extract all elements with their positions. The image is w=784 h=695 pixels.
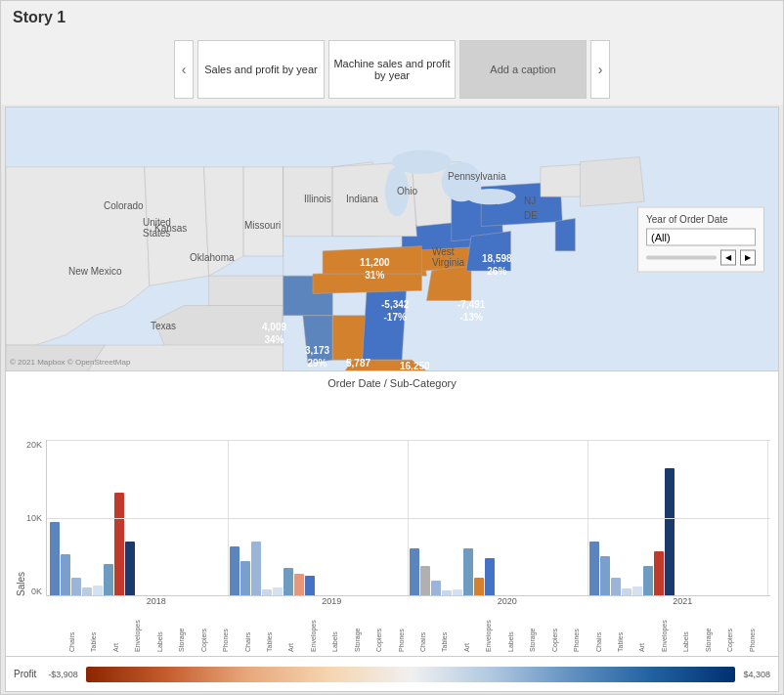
bar-2018-storage [104,564,113,595]
year-label-group-2020: 2020 Chairs Tables Art Envelopes Labels … [419,596,595,652]
bars-container [46,440,770,596]
filter-title: Year of Order Date [646,213,756,224]
bar-2019-copiers [294,574,304,595]
bar-2021-copiers [654,551,664,595]
bar-2020-chairs [410,548,419,595]
bar-2019-tables [240,561,250,595]
bar-2020-storage [463,548,473,595]
story-title: Story 1 [1,1,783,34]
sub-labels-2018: Chairs Tables Art Envelopes Labels Stora… [68,608,244,652]
sub-label-tables-2020: Tables [441,608,462,652]
svg-point-5 [466,189,516,204]
bar-2021-envelopes [622,588,632,595]
nav-next-button[interactable]: › [590,40,610,99]
year-label-group-2019: 2019 Chairs Tables Art Envelopes Labels … [244,596,420,652]
sub-label-art-2019: Art [287,608,309,652]
main-content: 11,20031% 18,59826% -5,342-17% -7,491-13… [5,107,779,692]
slider-track[interactable] [646,255,717,259]
bar-2020-phones [485,558,495,595]
sub-label-chairs-2020: Chairs [419,608,441,652]
sub-labels-2020: Chairs Tables Art Envelopes Labels Stora… [419,608,595,652]
svg-point-3 [385,167,409,217]
map-copyright: © 2021 Mapbox © OpenStreetMap [10,358,130,367]
slider-prev-btn[interactable]: ◀ [720,249,736,265]
sub-label-storage-2021: Storage [705,608,726,652]
story-nav: ‹ Sales and profit by year Machine sales… [1,34,783,105]
bar-2018-chairs [50,522,60,595]
sub-label-envelopes-2020: Envelopes [485,608,506,652]
bar-2020-envelopes [442,590,452,595]
bar-2018-phones [125,542,135,595]
nav-prev-button[interactable]: ‹ [174,40,194,99]
sub-label-copiers-2021: Copiers [726,608,748,652]
bar-2021-art [611,578,621,595]
bar-2018-tables [61,554,70,595]
legend-section: Profit -$3,908 $4,308 [6,656,778,691]
sub-label-tables-2021: Tables [617,608,638,652]
sub-label-art-2020: Art [463,608,485,652]
sub-label-tables-2019: Tables [266,608,287,652]
sub-label-labels-2021: Labels [682,608,704,652]
year-label-group-2021: 2021 Chairs Tables Art Envelopes Labels … [595,596,771,652]
sub-label-envelopes-2019: Envelopes [310,608,331,652]
bar-2020-labels [453,589,462,595]
sub-label-art-2018: Art [112,608,134,652]
year-label-2021: 2021 [673,596,692,606]
sub-label-phones-2021: Phones [749,608,770,652]
legend-title: Profit [14,669,36,679]
sub-label-envelopes-2018: Envelopes [134,608,155,652]
year-label-2019: 2019 [322,596,341,606]
nav-tab-sales[interactable]: Sales and profit by year [197,40,325,99]
sub-label-phones-2020: Phones [573,608,594,652]
y-tick-20k: 20K [26,440,42,450]
slider-next-btn[interactable]: ▶ [740,249,756,265]
bar-2018-copiers [114,493,124,595]
bar-2019-envelopes [262,589,272,595]
bar-2021-storage [643,566,653,595]
sub-label-chairs-2018: Chairs [68,608,90,652]
nav-tab-machine[interactable]: Machine sales and profit by year [328,40,456,99]
sub-label-envelopes-2021: Envelopes [661,608,682,652]
sub-label-phones-2019: Phones [398,608,419,652]
sub-label-labels-2020: Labels [507,608,529,652]
bar-2018-envelopes [82,587,92,595]
chart-area: Sales 20K 10K 0K [14,393,770,596]
y-tick-0k: 0K [31,586,42,596]
bar-2021-phones [665,468,675,595]
year-label-2018: 2018 [147,596,166,606]
app-container: Story 1 ‹ Sales and profit by year Machi… [0,0,784,695]
bar-2021-chairs [589,542,599,595]
bar-2020-tables [420,566,430,595]
bar-2020-copiers [474,578,484,595]
slider-row: ◀ ▶ [646,249,756,265]
sub-labels-2019: Chairs Tables Art Envelopes Labels Stora… [244,608,420,652]
sub-label-phones-2018: Phones [222,608,243,652]
bar-2019-labels [273,587,283,595]
sub-label-art-2021: Art [638,608,660,652]
y-axis: 20K 10K 0K [26,440,46,596]
sub-label-labels-2018: Labels [156,608,178,652]
legend-max: $4,308 [743,670,770,679]
filter-value[interactable]: (All) [646,228,756,245]
sub-labels-2021: Chairs Tables Art Envelopes Labels Stora… [595,608,771,652]
legend-gradient [86,667,736,682]
bar-2020-art [431,581,441,595]
sub-label-labels-2019: Labels [331,608,353,652]
sub-label-storage-2019: Storage [354,608,375,652]
y-tick-10k: 10K [26,513,42,523]
bar-2021-labels [632,586,642,595]
map-section: 11,20031% 18,59826% -5,342-17% -7,491-13… [6,108,778,371]
sub-label-copiers-2018: Copiers [200,608,222,652]
x-labels: 2018 Chairs Tables Art Envelopes Labels … [41,596,770,652]
bar-2021-tables [600,556,610,595]
year-label-group-2018: 2018 Chairs Tables Art Envelopes Labels … [68,596,244,652]
sub-label-storage-2020: Storage [529,608,550,652]
bar-2018-labels [93,586,103,595]
sub-label-chairs-2021: Chairs [595,608,617,652]
bar-2018-art [71,578,81,595]
year-label-2020: 2020 [498,596,517,606]
bar-2019-art [251,542,261,595]
sub-label-tables-2018: Tables [90,608,111,652]
nav-tab-add-caption[interactable]: Add a caption [459,40,587,99]
sub-label-storage-2018: Storage [178,608,199,652]
